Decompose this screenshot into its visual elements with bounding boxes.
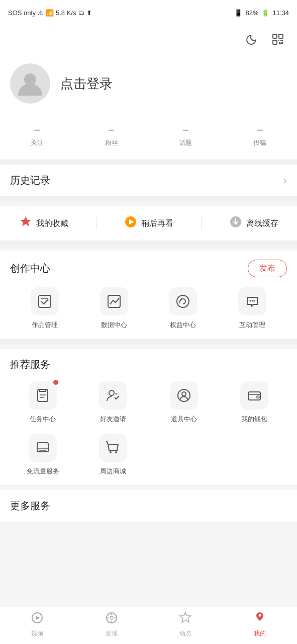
stat-label-follow: 关注: [31, 138, 44, 147]
nav-item-discover[interactable]: 发现: [94, 611, 129, 638]
rights-icon: [169, 287, 197, 315]
svg-rect-1: [279, 34, 283, 38]
svg-rect-30: [40, 450, 46, 452]
stat-value-follow: –: [34, 124, 40, 135]
battery-icon: 🔋: [261, 9, 269, 17]
svg-point-43: [259, 614, 261, 617]
stat-label-post: 投稿: [253, 138, 266, 147]
tools-label: 道具中心: [171, 415, 197, 424]
download-icon: [229, 215, 242, 231]
creation-item-works[interactable]: 作品管理: [31, 287, 59, 330]
quick-link-watch-later[interactable]: 稍后再看: [124, 215, 173, 231]
data-icon: [100, 287, 128, 315]
storage-icon: 🗂: [78, 9, 84, 17]
rights-label: 权益中心: [170, 320, 196, 330]
service-item-invite[interactable]: 好友邀请: [80, 381, 146, 424]
history-section[interactable]: 历史记录 ›: [0, 165, 297, 196]
creation-item-rights[interactable]: 权益中心: [169, 287, 197, 330]
creation-item-interaction[interactable]: 互动管理: [238, 287, 266, 330]
nav-label-discover: 发现: [106, 629, 118, 638]
play-icon: [124, 215, 137, 231]
svg-point-18: [252, 300, 253, 302]
quick-link-offline[interactable]: 离线缓存: [229, 215, 278, 231]
svg-point-16: [177, 295, 189, 307]
chevron-right-icon: ›: [283, 175, 287, 186]
top-action-bar: [0, 25, 297, 53]
nav-item-dynamic[interactable]: 动态: [168, 611, 203, 638]
tools-icon: [170, 381, 198, 410]
svg-point-37: [110, 616, 113, 619]
avatar: [10, 63, 50, 104]
divider-3: [0, 240, 297, 246]
quick-link-divider-2: [201, 217, 202, 229]
stats-row: – 关注 – 粉丝 – 话题 – 投稿: [0, 119, 297, 159]
dynamic-nav-icon: [179, 611, 192, 627]
data-label: 数据中心: [101, 320, 127, 330]
publish-button[interactable]: 发布: [248, 260, 287, 277]
stat-item-post[interactable]: – 投稿: [253, 124, 266, 147]
stat-value-topic: –: [183, 124, 188, 135]
task-label: 任务中心: [30, 415, 56, 424]
svg-point-32: [110, 451, 112, 453]
history-title: 历史记录: [10, 174, 50, 187]
shop-label: 周边商城: [100, 467, 126, 476]
creation-header: 创作中心 发布: [10, 260, 287, 277]
quick-link-favorites[interactable]: 我的收藏: [19, 215, 68, 231]
nav-label-video: 视频: [31, 629, 43, 638]
nav-label-dynamic: 动态: [179, 629, 191, 638]
video-nav-icon: [31, 611, 44, 627]
profile-section[interactable]: 点击登录: [0, 53, 297, 119]
creation-title: 创作中心: [10, 262, 50, 275]
status-left: SOS only ⚠ 📶 5.8 K/s 🗂 ⬆: [8, 9, 92, 17]
svg-marker-42: [180, 612, 191, 622]
traffic-icon: [29, 434, 57, 462]
task-badge: [53, 380, 58, 385]
stat-value-fans: –: [109, 124, 114, 135]
wallet-icon: [240, 381, 268, 410]
stat-item-fans[interactable]: – 粉丝: [105, 124, 118, 147]
wallet-label: 我的钱包: [241, 415, 267, 424]
network-speed: 5.8 K/s: [56, 9, 76, 17]
scan-button[interactable]: [269, 30, 287, 48]
svg-point-33: [115, 451, 117, 453]
svg-point-26: [182, 392, 186, 396]
profile-login-text[interactable]: 点击登录: [60, 75, 113, 93]
svg-point-17: [250, 300, 251, 302]
creation-item-data[interactable]: 数据中心: [100, 287, 128, 330]
nav-item-mine[interactable]: 我的: [242, 611, 277, 638]
divider-1: [0, 159, 297, 165]
services-section: 推荐服务 任务中心: [0, 349, 297, 485]
star-icon: [19, 215, 32, 231]
invite-icon: [99, 381, 127, 410]
stat-label-fans: 粉丝: [105, 138, 118, 147]
service-item-tools[interactable]: 道具中心: [151, 381, 217, 424]
night-mode-button[interactable]: [243, 30, 261, 48]
time-text: 11:34: [272, 9, 289, 17]
creation-section: 创作中心 发布 作品管理 数据中心: [0, 251, 297, 339]
service-item-wallet[interactable]: 我的钱包: [222, 381, 287, 424]
wifi-icon: 📶: [46, 9, 54, 17]
svg-point-19: [254, 300, 255, 302]
svg-marker-35: [36, 616, 40, 620]
nav-label-mine: 我的: [254, 629, 266, 638]
divider-2: [0, 196, 297, 201]
service-item-traffic[interactable]: 免流量服务: [10, 434, 75, 476]
stat-item-topic[interactable]: – 话题: [179, 124, 192, 147]
service-item-task[interactable]: 任务中心: [10, 381, 75, 424]
service-item-shop[interactable]: 周边商城: [80, 434, 146, 476]
nav-item-video[interactable]: 视频: [20, 611, 55, 638]
works-icon: [31, 287, 59, 315]
stat-item-follow[interactable]: – 关注: [31, 124, 44, 147]
traffic-label: 免流量服务: [27, 467, 59, 476]
more-services-title: 更多服务: [10, 499, 287, 513]
task-icon: [29, 381, 57, 410]
svg-point-23: [109, 390, 114, 395]
status-bar: SOS only ⚠ 📶 5.8 K/s 🗂 ⬆ 📱 82% 🔋 11:34: [0, 0, 297, 25]
status-right: 📱 82% 🔋 11:34: [234, 9, 289, 17]
shop-icon: [99, 434, 127, 462]
svg-marker-9: [20, 216, 31, 226]
svg-point-24: [116, 393, 117, 395]
quick-link-divider-1: [96, 217, 96, 229]
sos-text: SOS only: [8, 9, 36, 17]
interaction-label: 互动管理: [239, 320, 265, 330]
